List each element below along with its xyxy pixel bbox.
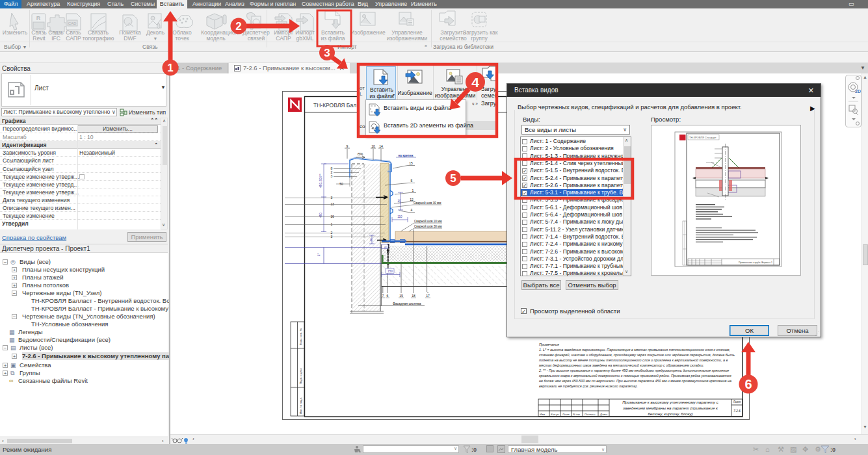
svg-text:поднята на высоту не менее тол: поднята на высоту не менее толщины тепло… xyxy=(539,358,728,362)
svg-text:стенкам фонарей, шахтам и обор: стенкам фонарей, шахтам и оборудования, … xyxy=(539,353,735,357)
svg-text:на крепеж: на крепеж xyxy=(399,154,414,157)
svg-text:18: 18 xyxy=(412,294,415,298)
svg-text:CAD: CAD xyxy=(68,21,77,25)
svg-text::0: :0 xyxy=(471,447,477,453)
svg-text:заведением мембраны на парапет: заведением мембраны на парапет (примыкан… xyxy=(622,406,718,410)
svg-text:2D: 2D xyxy=(855,89,861,94)
svg-text:⌂: ⌂ xyxy=(765,445,770,453)
svg-text:N док.: N док. xyxy=(573,413,581,416)
svg-text:не более чем через 450-500 мм: не более чем через 450-500 мм по вертика… xyxy=(539,379,731,383)
svg-text:6: 6 xyxy=(387,294,389,298)
svg-text:Примыкание к высокому утепленн: Примыкание к высокому утепленному парапе… xyxy=(622,400,718,404)
svg-text:Кол.уч.: Кол.уч. xyxy=(551,413,560,416)
svg-text:3: 3 xyxy=(331,235,333,239)
svg-text:15: 15 xyxy=(409,161,413,165)
svg-text:17: 17 xyxy=(426,294,430,298)
svg-text:7-2.6: 7-2.6 xyxy=(733,410,741,413)
svg-text:ТН-КРОВЛЯ Стандарт: ТН-КРОВЛЯ Стандарт xyxy=(689,136,717,139)
svg-text:Примечания: Примечания xyxy=(539,343,559,346)
svg-text:3: 3 xyxy=(331,196,333,200)
svg-text:▨: ▨ xyxy=(790,445,796,453)
svg-text:i5%: i5% xyxy=(358,152,363,156)
svg-text:5: 5 xyxy=(411,179,413,183)
svg-text:9: 9 xyxy=(347,144,349,148)
svg-text:30: 30 xyxy=(369,238,373,241)
svg-text:16: 16 xyxy=(330,214,334,218)
svg-text:150: 150 xyxy=(388,270,393,273)
svg-text:40: 40 xyxy=(384,246,388,249)
svg-text:Подпись: Подпись xyxy=(585,413,596,416)
svg-text:CAD: CAD xyxy=(278,23,286,27)
svg-text:вертикали не требуется (см. ре: вертикали не требуется (см. решения низк… xyxy=(539,384,638,388)
svg-text:Сварной шов 10 мм: Сварной шов 10 мм xyxy=(414,219,441,223)
svg-text:✥: ✥ xyxy=(802,445,808,453)
svg-text:1. L* = высота заведения парои: 1. L* = высота заведения пароизоляции. П… xyxy=(539,348,730,352)
svg-text:Сварной шов 30 мм: Сварной шов 30 мм xyxy=(414,201,441,205)
svg-text:150: 150 xyxy=(398,199,401,204)
svg-text:Инв. № подл.: Инв. № подл. xyxy=(299,397,302,414)
svg-text:Лист: Лист xyxy=(562,413,570,416)
svg-text::0: :0 xyxy=(830,447,835,453)
svg-text:7: 7 xyxy=(382,294,384,298)
svg-text:Изм.: Изм. xyxy=(540,413,546,416)
svg-text:110: 110 xyxy=(397,215,402,218)
svg-text:Дата: Дата xyxy=(599,413,608,416)
svg-text:R: R xyxy=(36,15,41,21)
svg-text:Лист: Лист xyxy=(733,400,741,404)
svg-text:13: 13 xyxy=(330,202,334,206)
svg-text:19: 19 xyxy=(399,294,403,298)
svg-text:✂: ✂ xyxy=(753,445,759,453)
svg-text:1: 1 xyxy=(412,188,414,192)
svg-text:бетону, кирпичу, блоку): бетону, кирпичу, блоку) xyxy=(648,411,692,416)
svg-text:L*: L* xyxy=(317,254,321,257)
svg-text:местах деформационных швов зав: местах деформационных швов заведена на м… xyxy=(539,363,704,367)
svg-text:3: 3 xyxy=(331,174,333,178)
svg-text:2. ** - При высоте примыкания: 2. ** - При высоте примыкания к парапету… xyxy=(538,369,729,372)
svg-text:14: 14 xyxy=(379,144,383,148)
svg-text:4: 4 xyxy=(411,208,413,212)
svg-text:Подп. и дата: Подп. и дата xyxy=(299,368,302,384)
svg-text:кровельного ковра к вертикальн: кровельного ковра к вертикальной поверхн… xyxy=(539,374,731,378)
svg-text:450..500**: 450..500** xyxy=(319,174,322,188)
svg-text:ТН-КРОВЛЯ Бал: ТН-КРОВЛЯ Бал xyxy=(313,102,356,109)
svg-text:Фасадная система: Фасадная система xyxy=(393,302,421,306)
svg-text:Примыкание к трубе. Вариант 1: Примыкание к трубе. Вариант 1 xyxy=(739,261,772,264)
svg-text:⚒: ⚒ xyxy=(778,445,784,453)
svg-text:Взам. инв. №: Взам. инв. № xyxy=(299,328,302,345)
svg-text:1: 1 xyxy=(331,222,333,226)
svg-text:Сварной шов 30 мм: Сварной шов 30 мм xyxy=(414,224,441,228)
svg-text:10: 10 xyxy=(371,144,375,148)
